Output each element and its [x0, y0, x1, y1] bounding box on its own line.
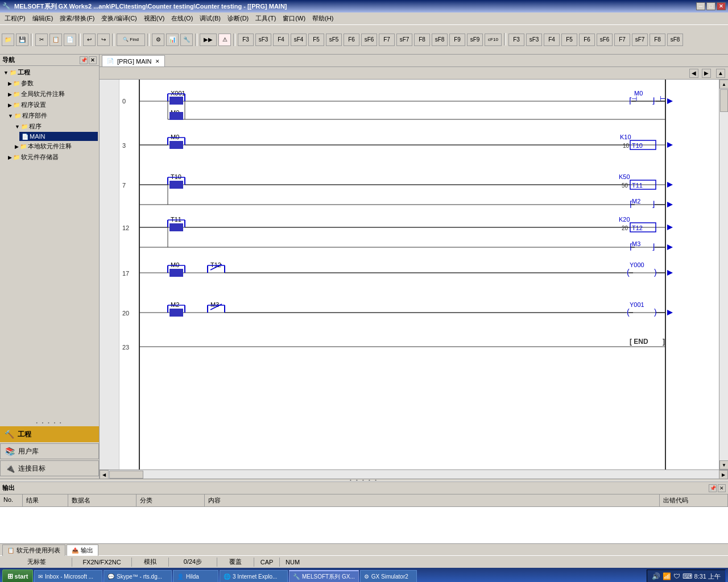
f7-b2[interactable]: F7	[614, 34, 630, 46]
sf7-b2[interactable]: sF7	[632, 34, 648, 46]
output-close-btn[interactable]: ✕	[718, 484, 726, 492]
sf3-b2[interactable]: sF3	[526, 34, 542, 46]
toolbar-btn-9[interactable]: ⚙	[152, 34, 164, 46]
out-tab-output[interactable]: 📤 输出	[67, 544, 98, 556]
sf9-btn[interactable]: sF9	[467, 34, 483, 46]
sim-icon: ⚙	[364, 573, 369, 580]
tree-item-main[interactable]: 📄 MAIN	[19, 132, 98, 141]
prog-scroll-up[interactable]: ▲	[716, 69, 725, 78]
toolbar-btn-10[interactable]: 📊	[166, 34, 179, 46]
sf8-btn[interactable]: sF8	[432, 34, 448, 46]
hscroll-left-btn[interactable]: ◀	[100, 470, 109, 479]
menu-item-convert[interactable]: 变换/编译(C)	[98, 13, 140, 24]
toolbar-btn-8[interactable]: 🔍 Find	[117, 34, 145, 46]
svg-text:M2: M2	[632, 198, 640, 205]
toolbar-btn-5[interactable]: 📄	[64, 34, 76, 46]
taskbar-btn-hilda[interactable]: 👤 Hilda	[173, 570, 218, 582]
prog-tab-main[interactable]: 📄 [PRG] MAIN ✕	[102, 55, 165, 66]
toolbar-btn-7[interactable]: ↪	[97, 34, 110, 46]
svg-marker-81	[667, 244, 673, 250]
tree-expand-root[interactable]: ▼	[3, 70, 9, 76]
menu-item-help[interactable]: 帮助(H)	[309, 13, 337, 24]
tray-icon-1: 🔊	[652, 572, 660, 580]
f5-b2[interactable]: F5	[561, 34, 577, 46]
scroll-up-btn[interactable]: ▲	[719, 80, 728, 89]
sf6-b2[interactable]: sF6	[597, 34, 613, 46]
taskbar-btn-skype[interactable]: 💬 Skype™ - rts.dg...	[104, 570, 172, 582]
tree-item-prog-settings[interactable]: ▶ 📁 程序设置	[6, 99, 98, 110]
f4-b2[interactable]: F4	[544, 34, 560, 46]
taskbar-btn-inbox[interactable]: ✉ Inbox - Microsoft ...	[34, 570, 102, 582]
prog-nav-forward[interactable]: ▶	[702, 69, 711, 78]
toolbar-btn-12[interactable]: ▶▶	[200, 34, 217, 46]
sf7-btn[interactable]: sF7	[396, 34, 412, 46]
menu-item-window[interactable]: 窗口(W)	[279, 13, 309, 24]
menu-item-online[interactable]: 在线(O)	[168, 13, 196, 24]
tree-item-params[interactable]: ▶ 📁 参数	[6, 78, 98, 89]
sf5-btn[interactable]: sF5	[326, 34, 342, 46]
f5-btn[interactable]: F5	[308, 34, 324, 46]
close-button[interactable]: ✕	[717, 2, 726, 10]
sf4-btn[interactable]: sF4	[291, 34, 307, 46]
toolbar-btn-1[interactable]: 📁	[2, 34, 14, 46]
prog-nav-back[interactable]: ◀	[689, 69, 698, 78]
menu-item-diagnostics[interactable]: 诊断(D)	[224, 13, 252, 24]
f7-btn[interactable]: F7	[379, 34, 395, 46]
menu-item-view[interactable]: 视图(V)	[140, 13, 168, 24]
prog-tab-close[interactable]: ✕	[155, 59, 160, 64]
scroll-thumb[interactable]	[720, 89, 728, 112]
nav-tab-connect[interactable]: 🔌 连接目标	[0, 460, 99, 476]
start-button[interactable]: ⊞ start	[2, 569, 33, 582]
hscroll-right-btn[interactable]: ▶	[719, 470, 728, 479]
hscroll-track[interactable]	[109, 470, 719, 479]
sf6-btn[interactable]: sF6	[361, 34, 377, 46]
sf3-btn[interactable]: sF3	[255, 34, 271, 46]
tree-item-local-comment[interactable]: ▶ 📁 本地软元件注释	[13, 141, 98, 152]
menu-item-edit[interactable]: 编辑(E)	[29, 13, 57, 24]
toolbar-btn-13[interactable]: ⚠	[218, 34, 231, 46]
f8-btn[interactable]: F8	[414, 34, 430, 46]
nav-tab-userlib[interactable]: 📚 用户库	[0, 443, 99, 459]
tree-item-prog-parts[interactable]: ▼ 📁 程序部件	[6, 110, 98, 121]
tree-item-prog[interactable]: ▼ 📁 程序	[13, 121, 98, 132]
maximize-button[interactable]: □	[706, 2, 715, 10]
toolbar-btn-3[interactable]: ✂	[35, 34, 48, 46]
toolbar-btn-2[interactable]: 💾	[16, 34, 28, 46]
output-header-left: 输出	[2, 484, 15, 492]
cf10-btn[interactable]: cF10	[485, 34, 502, 46]
sf8-b2[interactable]: sF8	[667, 34, 683, 46]
nav-close-btn[interactable]: ✕	[89, 56, 97, 64]
f6-btn[interactable]: F6	[344, 34, 359, 46]
f6-b2[interactable]: F6	[579, 34, 595, 46]
menu-item-tools[interactable]: 工具(T)	[252, 13, 279, 24]
vertical-scrollbar[interactable]: ▲ ▼	[719, 80, 728, 469]
tree-root-project[interactable]: ▼ 📁 工程	[1, 67, 98, 78]
nav-pin-btn[interactable]: 📌	[80, 56, 88, 64]
taskbar-btn-ie[interactable]: 🌐 3 Internet Explo...	[220, 570, 288, 582]
menu-item-search[interactable]: 搜索/替换(F)	[56, 13, 98, 24]
toolbar-btn-6[interactable]: ↩	[83, 34, 96, 46]
hscroll-thumb[interactable]	[109, 471, 143, 479]
f4-btn[interactable]: F4	[273, 34, 289, 46]
tree-item-device-memory[interactable]: ▶ 📁 软元件存储器	[6, 152, 98, 163]
tree-item-global-comment[interactable]: ▶ 📁 全局软元件注释	[6, 89, 98, 99]
scroll-down-btn[interactable]: ▼	[719, 460, 728, 469]
nav-tab-project[interactable]: 🔨 工程	[0, 426, 99, 442]
f9-btn[interactable]: F9	[449, 34, 465, 46]
toolbar-btn-11[interactable]: 🔧	[180, 34, 193, 46]
menu-item-debug[interactable]: 调试(B)	[196, 13, 224, 24]
ladder-area[interactable]: (M0) --> 0 X001 M0 ⊣ ⊢	[119, 80, 719, 469]
menu-item-project[interactable]: 工程(P)	[1, 13, 29, 24]
horizontal-scrollbar[interactable]: ◀ ▶	[100, 469, 728, 479]
out-tab-device-list[interactable]: 📋 软元件使用列表	[2, 544, 65, 556]
taskbar-btn-sim[interactable]: ⚙ GX Simulator2	[360, 570, 417, 582]
f3-btn[interactable]: F3	[238, 34, 254, 46]
f8-b2[interactable]: F8	[650, 34, 665, 46]
taskbar-btn-melsoft[interactable]: 🔧 MELSOFT系列 GX...	[289, 570, 359, 582]
minimize-button[interactable]: ─	[696, 2, 705, 10]
toolbar-btn-4[interactable]: 📋	[49, 34, 62, 46]
scroll-track[interactable]	[719, 89, 728, 460]
f3-b2[interactable]: F3	[508, 34, 524, 46]
nav-divider[interactable]: • • • • •	[0, 419, 99, 426]
output-pin-btn[interactable]: 📌	[709, 484, 717, 492]
